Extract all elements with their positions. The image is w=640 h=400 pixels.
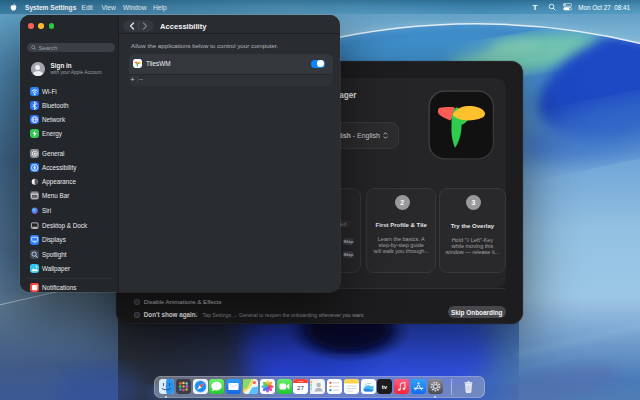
svg-text:tv: tv <box>382 383 388 390</box>
svg-text:27: 27 <box>297 384 304 391</box>
svg-text:MON: MON <box>298 380 304 383</box>
